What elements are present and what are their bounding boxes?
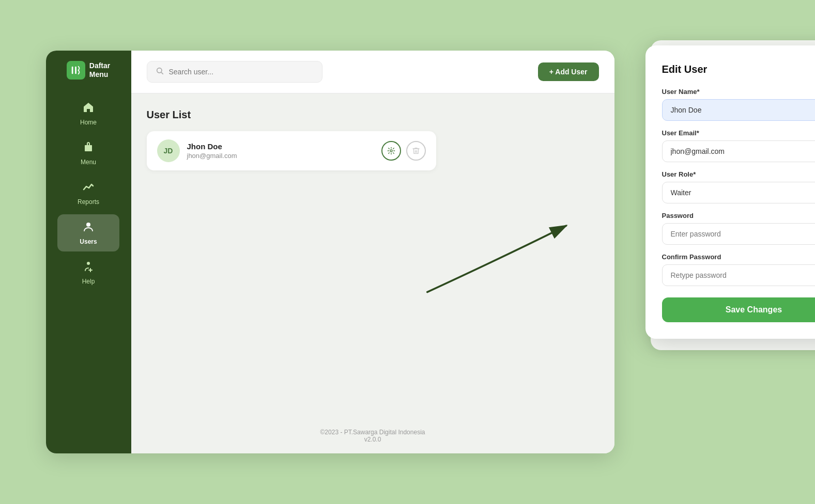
search-box[interactable]: [147, 61, 322, 83]
help-icon: [82, 260, 95, 276]
copyright-text: ©2023 - PT.Sawarga Digital Indonesia: [142, 429, 604, 436]
logo: Daftar Menu: [61, 61, 115, 80]
role-select[interactable]: Waiter Admin Manager Chef: [662, 182, 816, 203]
search-icon: [156, 67, 164, 77]
top-bar: + Add User: [131, 51, 614, 93]
modal-title: Edit User: [662, 64, 708, 75]
password-input[interactable]: [662, 223, 816, 245]
version-text: v2.0.0: [142, 436, 604, 443]
save-changes-button[interactable]: Save Changes: [662, 297, 816, 322]
sidebar-item-help[interactable]: Help: [57, 254, 119, 291]
sidebar-item-home-label: Home: [80, 119, 97, 126]
svg-point-6: [157, 68, 161, 73]
footer: ©2023 - PT.Sawarga Digital Indonesia v2.…: [131, 418, 614, 453]
logo-text: Daftar Menu: [89, 61, 110, 79]
avatar: JD: [157, 139, 180, 162]
sidebar-item-reports[interactable]: Reports: [57, 175, 119, 212]
home-icon: [82, 101, 95, 117]
user-actions: [381, 141, 426, 161]
username-input[interactable]: [662, 99, 816, 121]
logo-icon: [67, 61, 85, 80]
delete-user-button[interactable]: [406, 141, 426, 161]
role-label: User Role*: [662, 170, 816, 178]
sidebar-item-menu[interactable]: Menu: [57, 135, 119, 172]
table-row: JD Jhon Doe jhon@gmail.com: [147, 131, 436, 170]
menu-icon: [82, 141, 95, 156]
svg-point-8: [390, 150, 392, 152]
svg-rect-0: [72, 67, 73, 74]
role-select-wrapper: Waiter Admin Manager Chef ▾: [662, 182, 816, 203]
sidebar: Daftar Menu Home: [46, 51, 131, 453]
sidebar-item-menu-label: Menu: [81, 159, 96, 166]
user-name: Jhon Doe: [187, 142, 374, 151]
add-user-button[interactable]: + Add User: [538, 62, 599, 81]
reports-icon: [82, 181, 95, 196]
user-list-title: User List: [147, 109, 599, 121]
email-field-group: User Email*: [662, 129, 816, 162]
user-email: jhon@gmail.com: [187, 152, 374, 160]
sidebar-item-reports-label: Reports: [78, 198, 99, 206]
content-area: User List JD Jhon Doe jhon@gmail.com: [131, 93, 614, 418]
svg-rect-1: [75, 67, 76, 74]
app-window: Daftar Menu Home: [46, 51, 614, 453]
svg-line-7: [161, 72, 163, 74]
email-input[interactable]: [662, 140, 816, 162]
user-info: Jhon Doe jhon@gmail.com: [187, 142, 374, 160]
password-field-group: Password: [662, 212, 816, 245]
role-field-group: User Role* Waiter Admin Manager Chef ▾: [662, 170, 816, 203]
email-label: User Email*: [662, 129, 816, 137]
username-field-group: User Name*: [662, 88, 816, 121]
confirm-password-input[interactable]: [662, 264, 816, 286]
sidebar-item-home[interactable]: Home: [57, 95, 119, 132]
users-icon: [82, 220, 95, 236]
username-label: User Name*: [662, 88, 816, 96]
edit-user-button[interactable]: [381, 141, 401, 161]
sidebar-item-help-label: Help: [82, 278, 95, 285]
confirm-password-label: Confirm Password: [662, 253, 816, 261]
modal-header: Edit User ×: [662, 62, 816, 76]
edit-user-modal: Edit User × User Name* User Email* User …: [645, 45, 816, 339]
main-content: + Add User User List JD Jhon Doe jhon@gm…: [131, 51, 614, 453]
nav-items: Home Menu Report: [46, 95, 131, 291]
svg-point-2: [86, 223, 90, 227]
confirm-password-field-group: Confirm Password: [662, 253, 816, 286]
sidebar-item-users[interactable]: Users: [57, 214, 119, 251]
search-input[interactable]: [169, 68, 314, 76]
svg-point-3: [87, 262, 90, 265]
sidebar-item-users-label: Users: [80, 238, 97, 245]
password-label: Password: [662, 212, 816, 219]
